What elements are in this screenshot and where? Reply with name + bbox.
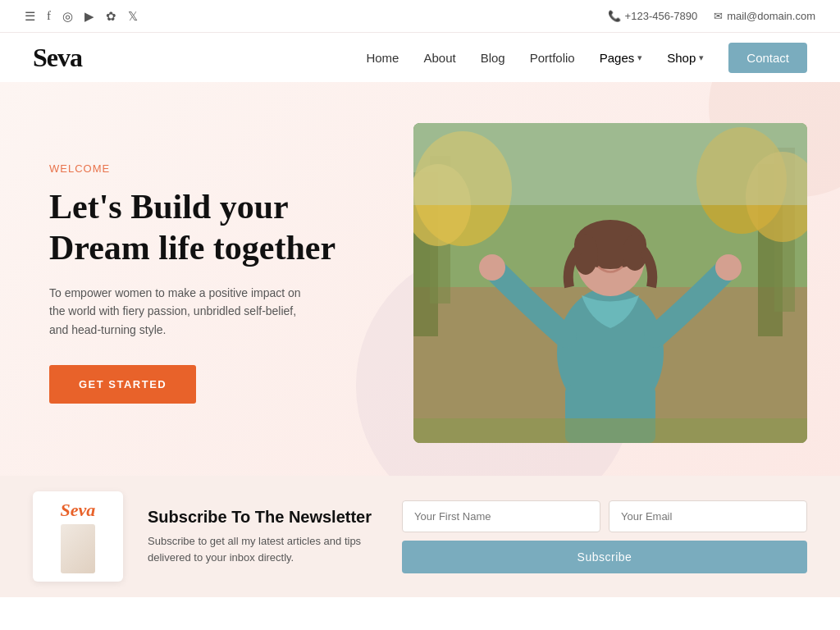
nav-home[interactable]: Home — [366, 51, 399, 65]
phone-icon: 📞 — [608, 10, 621, 22]
nav-shop[interactable]: Shop — [667, 51, 704, 65]
twitter-icon[interactable]: 𝕏 — [128, 9, 138, 24]
nav-about[interactable]: About — [423, 51, 455, 65]
site-logo[interactable]: Seva — [33, 43, 82, 73]
hero-welcome-label: Welcome — [49, 162, 361, 175]
newsletter-description: Subscribe to get all my latest articles … — [148, 533, 377, 565]
nav-pages[interactable]: Pages — [600, 51, 643, 65]
youtube-icon[interactable]: ▶ — [84, 9, 94, 24]
newsletter-section: Seva Subscribe To The Newsletter Subscri… — [0, 476, 840, 597]
svg-point-17 — [715, 254, 742, 281]
newsletter-inputs — [402, 500, 807, 532]
newsletter-logo-image — [61, 524, 96, 573]
hero-content: Welcome Let's Build your Dream life toge… — [49, 162, 361, 404]
get-started-button[interactable]: GET STARTED — [49, 365, 196, 404]
hero-image — [413, 123, 807, 443]
svg-rect-19 — [413, 418, 807, 443]
hero-description: To empower women to make a positive impa… — [49, 284, 312, 339]
nav-blog[interactable]: Blog — [481, 51, 505, 65]
pinterest-icon[interactable]: ✿ — [106, 9, 116, 24]
top-bar: ☰ f ◎ ▶ ✿ 𝕏 📞 +123-456-7890 ✉ mail@domai… — [0, 0, 840, 33]
social-icons: ☰ f ◎ ▶ ✿ 𝕏 — [25, 9, 138, 24]
nav-links: Home About Blog Portfolio Pages Shop Con… — [366, 43, 807, 73]
hero-image-placeholder — [413, 123, 807, 443]
navbar: Seva Home About Blog Portfolio Pages Sho… — [0, 33, 840, 82]
newsletter-logo-inner: Seva — [52, 491, 104, 582]
phone-info: 📞 +123-456-7890 — [608, 10, 698, 22]
svg-point-16 — [479, 254, 505, 281]
email-input[interactable] — [609, 500, 807, 532]
subscribe-button[interactable]: Subscribe — [402, 541, 807, 573]
nav-portfolio[interactable]: Portfolio — [530, 51, 575, 65]
phone-number: +123-456-7890 — [625, 10, 698, 22]
hero-section: Welcome Let's Build your Dream life toge… — [0, 82, 840, 476]
contact-button[interactable]: Contact — [728, 43, 807, 73]
newsletter-form: Subscribe — [402, 500, 807, 573]
facebook-icon[interactable]: f — [47, 9, 51, 23]
hero-woman-illustration — [413, 123, 807, 443]
menu-icon[interactable]: ☰ — [25, 9, 35, 24]
svg-rect-10 — [413, 123, 807, 205]
newsletter-title: Subscribe To The Newsletter — [148, 508, 377, 527]
contact-info: 📞 +123-456-7890 ✉ mail@domain.com — [608, 10, 815, 22]
instagram-icon[interactable]: ◎ — [62, 9, 73, 24]
email-icon: ✉ — [714, 10, 723, 22]
newsletter-text-block: Subscribe To The Newsletter Subscribe to… — [148, 508, 377, 565]
newsletter-logo-wrapper: Seva — [33, 491, 123, 582]
email-info: ✉ mail@domain.com — [714, 10, 815, 22]
email-address: mail@domain.com — [727, 10, 815, 22]
first-name-input[interactable] — [402, 500, 600, 532]
hero-title: Let's Build your Dream life together — [49, 186, 361, 269]
newsletter-logo-text: Seva — [61, 500, 96, 521]
